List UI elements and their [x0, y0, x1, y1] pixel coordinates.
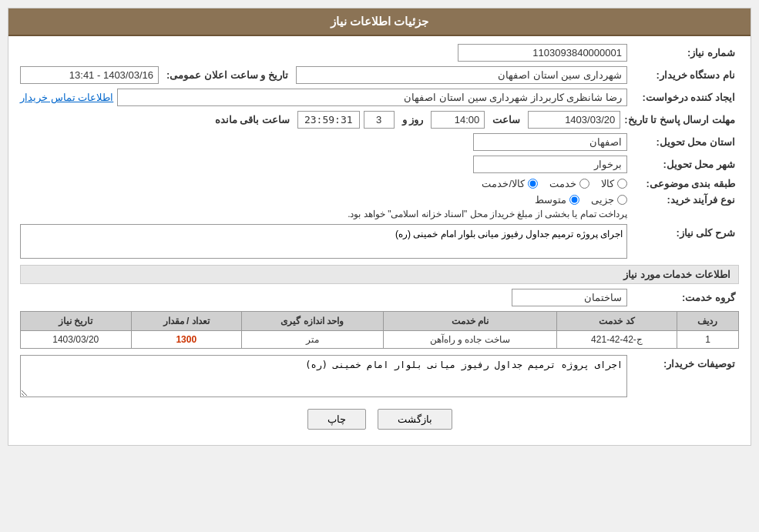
mohlat-label: مهلت ارسال پاسخ تا تاریخ:	[624, 114, 739, 125]
col-vahed: واحد اندازه گیری	[241, 312, 383, 331]
mohlat-day: 3	[364, 111, 395, 129]
tabaqe-radio-group: کالا خدمت کالا/خدمت	[482, 178, 627, 189]
col-tarikh: تاریخ نیاز	[21, 312, 132, 331]
mohlat-time-label: ساعت	[492, 114, 520, 125]
faraind-motavaset-label: متوسط	[535, 194, 566, 206]
mohlat-date: 1403/03/20	[528, 111, 620, 129]
faraind-jazei-option[interactable]: جزیی	[591, 194, 627, 206]
faraind-jazei-radio[interactable]	[617, 195, 627, 205]
cell-nam: ساخت جاده و راه‌آهن	[383, 331, 556, 349]
tabaqe-kala-radio[interactable]	[617, 179, 627, 189]
tabaqe-kala-khadamat-radio[interactable]	[528, 179, 538, 189]
cell-kod: ج-42-42-421	[557, 331, 677, 349]
cell-radif: 1	[677, 331, 738, 349]
tosifat-textarea[interactable]	[20, 355, 627, 397]
faraind-motavaset-radio[interactable]	[569, 195, 579, 205]
cell-tarikh: 1403/03/20	[21, 331, 132, 349]
shomare-niaz-label: شماره نیاز:	[631, 47, 739, 59]
col-nam: نام خدمت	[383, 312, 556, 331]
tosifat-label: توصیفات خریدار:	[631, 355, 739, 370]
mohlat-day-label: روز و	[402, 114, 424, 125]
ostan-label: استان محل تحویل:	[631, 136, 739, 148]
contact-link[interactable]: اطلاعات تماس خریدار	[20, 92, 113, 103]
faraind-jazei-label: جزیی	[591, 194, 614, 206]
shomare-niaz-value: 1103093840000001	[458, 44, 627, 62]
tabaqe-kala-khadamat-option[interactable]: کالا/خدمت	[482, 178, 538, 189]
mohlat-time: 14:00	[431, 111, 485, 129]
sharh-koli-textarea[interactable]	[20, 224, 627, 259]
col-kod: کد خدمت	[557, 312, 677, 331]
tabaqe-khadamat-option[interactable]: خدمت	[549, 178, 589, 189]
cell-tedad: 1300	[131, 331, 241, 349]
shahr-value: برخوار	[473, 156, 627, 173]
services-table: ردیف کد خدمت نام خدمت واحد اندازه گیری ت…	[20, 311, 739, 349]
print-button[interactable]: چاپ	[307, 409, 366, 430]
tabaqe-kala-option[interactable]: کالا	[601, 178, 627, 189]
tabaqe-label: طبقه بندی موضوعی:	[631, 178, 739, 189]
ejad-konande-label: ایجاد کننده درخواست:	[631, 92, 739, 103]
table-row: 1 ج-42-42-421 ساخت جاده و راه‌آهن متر 13…	[21, 331, 739, 349]
cell-vahed: متر	[241, 331, 383, 349]
sharh-koli-label: شرح کلی نیاز:	[631, 224, 739, 239]
faraind-note: پرداخت تمام یا بخشی از مبلغ خریداز محل "…	[348, 209, 627, 219]
nam-dastgah-label: نام دستگاه خریدار:	[631, 69, 739, 81]
grohe-khadamat-value: ساختمان	[512, 289, 627, 306]
noe-faraind-label: نوع فرآیند خرید:	[631, 194, 739, 206]
ejad-konande-value: رضا شانظری کاربرداز شهرداری سین استان اص…	[117, 89, 627, 106]
col-radif: ردیف	[677, 312, 738, 331]
page-header: جزئیات اطلاعات نیاز	[8, 8, 751, 36]
mohlat-remaining-label: ساعت باقی مانده	[215, 114, 290, 125]
date-value: 1403/03/16 - 13:41	[20, 66, 159, 84]
date-label: تاریخ و ساعت اعلان عمومی:	[166, 69, 288, 81]
faraind-motavaset-option[interactable]: متوسط	[535, 194, 579, 206]
nam-dastgah-value: شهرداری سین استان اصفهان	[296, 66, 627, 84]
button-row: بازگشت چاپ	[20, 409, 739, 430]
mohlat-countdown: 23:59:31	[297, 111, 360, 129]
tabaqe-khadamat-radio[interactable]	[579, 179, 589, 189]
khadamat-section-title: اطلاعات خدمات مورد نیاز	[20, 265, 739, 284]
ostan-value: اصفهان	[473, 133, 627, 151]
grohe-khadamat-label: گروه خدمت:	[631, 292, 739, 303]
back-button[interactable]: بازگشت	[378, 409, 452, 430]
col-tedad: تعداد / مقدار	[131, 312, 241, 331]
faraind-radio-group: جزیی متوسط	[348, 194, 627, 206]
shahr-label: شهر محل تحویل:	[631, 159, 739, 170]
tabaqe-kala-khadamat-label: کالا/خدمت	[482, 178, 525, 189]
tabaqe-khadamat-label: خدمت	[549, 178, 576, 189]
tabaqe-kala-label: کالا	[601, 178, 614, 189]
